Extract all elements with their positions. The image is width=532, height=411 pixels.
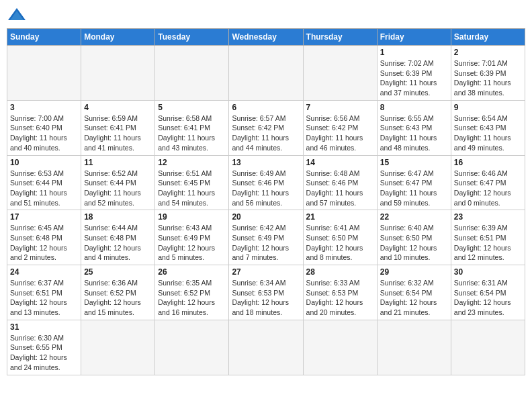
calendar-cell: 6Sunrise: 6:57 AM Sunset: 6:42 PM Daylig… [229,100,303,155]
calendar-cell: 28Sunrise: 6:33 AM Sunset: 6:53 PM Dayli… [303,265,377,320]
calendar-cell: 31Sunrise: 6:30 AM Sunset: 6:55 PM Dayli… [7,320,81,375]
calendar-cell [155,320,229,375]
day-number: 23 [454,212,522,222]
day-info: Sunrise: 6:33 AM Sunset: 6:53 PM Dayligh… [306,278,374,318]
calendar-cell: 8Sunrise: 6:55 AM Sunset: 6:43 PM Daylig… [377,100,451,155]
day-number: 4 [84,103,152,112]
calendar-cell: 14Sunrise: 6:48 AM Sunset: 6:46 PM Dayli… [303,155,377,210]
day-info: Sunrise: 6:42 AM Sunset: 6:49 PM Dayligh… [232,223,300,263]
day-info: Sunrise: 6:52 AM Sunset: 6:44 PM Dayligh… [84,169,152,208]
day-info: Sunrise: 6:59 AM Sunset: 6:41 PM Dayligh… [84,113,152,153]
weekday-header-row: SundayMondayTuesdayWednesdayThursdayFrid… [7,29,525,46]
weekday-header-wednesday: Wednesday [229,29,303,46]
day-info: Sunrise: 6:54 AM Sunset: 6:43 PM Dayligh… [454,113,522,153]
day-number: 22 [380,212,448,222]
day-number: 9 [454,103,522,112]
calendar-week-row: 31Sunrise: 6:30 AM Sunset: 6:55 PM Dayli… [7,320,525,375]
day-number: 8 [380,103,448,112]
day-info: Sunrise: 6:53 AM Sunset: 6:44 PM Dayligh… [10,169,78,208]
day-number: 21 [306,212,374,222]
day-info: Sunrise: 6:49 AM Sunset: 6:46 PM Dayligh… [232,169,300,208]
day-number: 28 [306,267,374,277]
day-info: Sunrise: 6:55 AM Sunset: 6:43 PM Dayligh… [380,113,448,153]
day-info: Sunrise: 6:32 AM Sunset: 6:54 PM Dayligh… [380,278,448,318]
day-info: Sunrise: 6:45 AM Sunset: 6:48 PM Dayligh… [10,223,78,263]
day-number: 2 [454,48,522,57]
day-info: Sunrise: 6:57 AM Sunset: 6:42 PM Dayligh… [232,113,300,153]
day-number: 16 [454,158,522,167]
day-info: Sunrise: 6:43 AM Sunset: 6:49 PM Dayligh… [158,223,226,263]
calendar-cell [155,46,229,101]
weekday-header-thursday: Thursday [303,29,377,46]
day-number: 3 [10,103,78,112]
calendar-cell [303,320,377,375]
day-number: 29 [380,267,448,277]
calendar-cell: 4Sunrise: 6:59 AM Sunset: 6:41 PM Daylig… [81,100,155,155]
calendar-cell [81,320,155,375]
calendar-week-row: 10Sunrise: 6:53 AM Sunset: 6:44 PM Dayli… [7,155,525,210]
calendar-cell: 5Sunrise: 6:58 AM Sunset: 6:41 PM Daylig… [155,100,229,155]
day-number: 30 [454,267,522,277]
calendar-cell: 11Sunrise: 6:52 AM Sunset: 6:44 PM Dayli… [81,155,155,210]
day-info: Sunrise: 6:39 AM Sunset: 6:51 PM Dayligh… [454,223,522,263]
calendar-cell: 16Sunrise: 6:46 AM Sunset: 6:47 PM Dayli… [451,155,525,210]
calendar-cell: 27Sunrise: 6:34 AM Sunset: 6:53 PM Dayli… [229,265,303,320]
day-info: Sunrise: 6:35 AM Sunset: 6:52 PM Dayligh… [158,278,226,318]
day-number: 15 [380,158,448,167]
day-number: 27 [232,267,300,277]
day-number: 19 [158,212,226,222]
day-info: Sunrise: 6:37 AM Sunset: 6:51 PM Dayligh… [10,278,78,318]
day-number: 25 [84,267,152,277]
day-number: 17 [10,212,78,222]
calendar-cell: 3Sunrise: 7:00 AM Sunset: 6:40 PM Daylig… [7,100,81,155]
day-number: 6 [232,103,300,112]
calendar-cell: 25Sunrise: 6:36 AM Sunset: 6:52 PM Dayli… [81,265,155,320]
calendar-cell: 1Sunrise: 7:02 AM Sunset: 6:39 PM Daylig… [377,46,451,101]
day-info: Sunrise: 6:44 AM Sunset: 6:48 PM Dayligh… [84,223,152,263]
day-number: 26 [158,267,226,277]
calendar-cell [377,320,451,375]
calendar-cell: 9Sunrise: 6:54 AM Sunset: 6:43 PM Daylig… [451,100,525,155]
day-info: Sunrise: 6:36 AM Sunset: 6:52 PM Dayligh… [84,278,152,318]
calendar-cell: 18Sunrise: 6:44 AM Sunset: 6:48 PM Dayli… [81,210,155,265]
day-info: Sunrise: 6:41 AM Sunset: 6:50 PM Dayligh… [306,223,374,263]
day-number: 18 [84,212,152,222]
day-number: 10 [10,158,78,167]
day-number: 14 [306,158,374,167]
day-number: 12 [158,158,226,167]
day-info: Sunrise: 6:58 AM Sunset: 6:41 PM Dayligh… [158,113,226,153]
calendar-cell: 15Sunrise: 6:47 AM Sunset: 6:47 PM Dayli… [377,155,451,210]
calendar-cell [303,46,377,101]
weekday-header-saturday: Saturday [451,29,525,46]
weekday-header-monday: Monday [81,29,155,46]
day-number: 24 [10,267,78,277]
calendar-cell: 26Sunrise: 6:35 AM Sunset: 6:52 PM Dayli… [155,265,229,320]
calendar-cell: 24Sunrise: 6:37 AM Sunset: 6:51 PM Dayli… [7,265,81,320]
calendar-week-row: 24Sunrise: 6:37 AM Sunset: 6:51 PM Dayli… [7,265,525,320]
calendar-cell [7,46,81,101]
calendar-cell: 22Sunrise: 6:40 AM Sunset: 6:50 PM Dayli… [377,210,451,265]
calendar-cell [229,46,303,101]
calendar-cell: 29Sunrise: 6:32 AM Sunset: 6:54 PM Dayli… [377,265,451,320]
calendar-week-row: 1Sunrise: 7:02 AM Sunset: 6:39 PM Daylig… [7,46,525,101]
logo-icon [7,7,27,23]
logo [7,7,30,23]
page-header [7,7,525,23]
calendar-cell: 10Sunrise: 6:53 AM Sunset: 6:44 PM Dayli… [7,155,81,210]
day-number: 7 [306,103,374,112]
weekday-header-friday: Friday [377,29,451,46]
day-number: 5 [158,103,226,112]
weekday-header-sunday: Sunday [7,29,81,46]
day-info: Sunrise: 6:48 AM Sunset: 6:46 PM Dayligh… [306,169,374,208]
calendar-cell: 7Sunrise: 6:56 AM Sunset: 6:42 PM Daylig… [303,100,377,155]
calendar-cell: 17Sunrise: 6:45 AM Sunset: 6:48 PM Dayli… [7,210,81,265]
calendar-cell: 12Sunrise: 6:51 AM Sunset: 6:45 PM Dayli… [155,155,229,210]
day-number: 1 [380,48,448,57]
day-info: Sunrise: 6:40 AM Sunset: 6:50 PM Dayligh… [380,223,448,263]
calendar-cell: 19Sunrise: 6:43 AM Sunset: 6:49 PM Dayli… [155,210,229,265]
day-info: Sunrise: 6:31 AM Sunset: 6:54 PM Dayligh… [454,278,522,318]
day-info: Sunrise: 7:02 AM Sunset: 6:39 PM Dayligh… [380,58,448,98]
day-number: 20 [232,212,300,222]
calendar-cell: 13Sunrise: 6:49 AM Sunset: 6:46 PM Dayli… [229,155,303,210]
day-info: Sunrise: 6:56 AM Sunset: 6:42 PM Dayligh… [306,113,374,153]
